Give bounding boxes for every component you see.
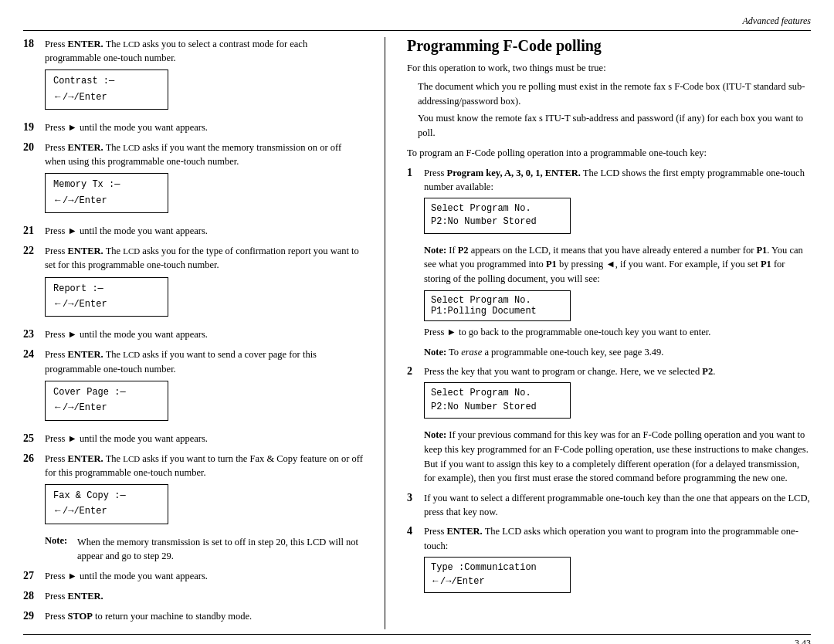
step-19-text: Press ► until the mode you want appears. <box>45 120 363 134</box>
r-note-2: Note: If your previous command for this … <box>424 428 811 486</box>
step-21-text: Press ► until the mode you want appears. <box>45 224 363 238</box>
step-26: 26 Press ENTER. The LCD asks if you want… <box>23 452 363 529</box>
r-step-4-text: Press ENTER. The LCD asks which operatio… <box>424 524 811 597</box>
lcd-r4: Type :Communication ←/→/Enter <box>424 557 571 594</box>
step-27-num: 27 <box>23 569 45 582</box>
step-27-text: Press ► until the mode you want appears. <box>45 569 363 583</box>
intro-2: To program an F-Code polling operation i… <box>407 146 811 161</box>
step-20: 20 Press ENTER. The LCD asks if you want… <box>23 141 363 218</box>
r-step-3-num: 3 <box>407 491 424 504</box>
step-20-num: 20 <box>23 141 45 154</box>
step-22: 22 Press ENTER. The LCD asks you for the… <box>23 244 363 321</box>
section-title: Programming F-Code polling <box>407 37 811 55</box>
lcd-cover-page: Cover Page :— ←/→/Enter <box>45 381 168 421</box>
lcd-fax-copy: Fax & Copy :— ←/→/Enter <box>45 484 168 524</box>
right-column: Programming F-Code polling For this oper… <box>407 37 811 629</box>
page: Advanced features 18 Press ENTER. The LC… <box>0 0 834 644</box>
step-25-num: 25 <box>23 432 45 445</box>
step-23: 23 Press ► until the mode you want appea… <box>23 327 363 341</box>
lcd-contrast: Contrast :— ←/→/Enter <box>45 69 168 110</box>
step-24: 24 Press ENTER. The LCD asks if you want… <box>23 347 363 425</box>
step-29-num: 29 <box>23 609 45 622</box>
column-divider <box>385 37 385 629</box>
lcd-r1-a: Select Program No. P2:No Number Stored <box>424 198 571 234</box>
step-23-text: Press ► until the mode you want appears. <box>45 327 363 341</box>
step-18-text: Press ENTER. The LCD asks you to select … <box>45 37 363 114</box>
step-19-num: 19 <box>23 120 45 134</box>
r-note-1: Note: If P2 appears on the LCD, it means… <box>424 243 811 340</box>
content-area: 18 Press ENTER. The LCD asks you to sele… <box>23 37 811 629</box>
note-26: Note: When the memory transmission is se… <box>45 535 363 563</box>
r-note-1-after: Press ► to go back to the programmable o… <box>424 325 811 340</box>
step-28: 28 Press ENTER. <box>23 589 363 603</box>
step-25: 25 Press ► until the mode you want appea… <box>23 432 363 446</box>
step-23-num: 23 <box>23 327 45 341</box>
page-number: 3.43 <box>23 634 811 644</box>
bullet-2: You must know the remote fax s ITU-T sub… <box>418 111 811 141</box>
step-25-text: Press ► until the mode you want appears. <box>45 432 363 446</box>
step-20-text: Press ENTER. The LCD asks if you want th… <box>45 141 363 218</box>
r-step-2-num: 2 <box>407 364 424 378</box>
step-28-num: 28 <box>23 589 45 602</box>
r-step-3: 3 If you want to select a different prog… <box>407 491 811 519</box>
lcd-r2: Select Program No. P2:No Number Stored <box>424 382 571 419</box>
bullet-1: The document which you re polling must e… <box>418 80 811 109</box>
r-step-1-text: Press Program key, A, 3, 0, 1, ENTER. Th… <box>424 166 811 238</box>
r-step-4: 4 Press ENTER. The LCD asks which operat… <box>407 524 811 597</box>
step-27: 27 Press ► until the mode you want appea… <box>23 569 363 583</box>
lcd-report: Report :— ←/→/Enter <box>45 277 168 317</box>
r-step-1-num: 1 <box>407 166 424 179</box>
r-step-2-text: Press the key that you want to program o… <box>424 364 811 422</box>
r-note-erase-text: Note: To erase a programmable one-touch … <box>424 347 664 358</box>
step-26-text: Press ENTER. The LCD asks if you want to… <box>45 452 363 529</box>
step-21-num: 21 <box>23 224 45 237</box>
lcd-memory-tx: Memory Tx :— ←/→/Enter <box>45 173 168 213</box>
lcd-r1-b: Select Program No. P1:Polling Document <box>424 290 571 321</box>
step-21: 21 Press ► until the mode you want appea… <box>23 224 363 238</box>
left-column: 18 Press ENTER. The LCD asks you to sele… <box>23 37 363 629</box>
step-29-text: Press STOP to return your machine to sta… <box>45 609 363 623</box>
note-26-label: Note: <box>45 535 77 563</box>
step-26-num: 26 <box>23 452 45 465</box>
header-label: Advanced features <box>742 15 811 26</box>
step-22-num: 22 <box>23 244 45 257</box>
page-num-text: 3.43 <box>795 638 811 644</box>
step-24-text: Press ENTER. The LCD asks if you want to… <box>45 347 363 425</box>
step-18-num: 18 <box>23 37 45 50</box>
step-19: 19 Press ► until the mode you want appea… <box>23 120 363 134</box>
step-24-num: 24 <box>23 347 45 361</box>
step-22-text: Press ENTER. The LCD asks you for the ty… <box>45 244 363 321</box>
r-step-2: 2 Press the key that you want to program… <box>407 364 811 422</box>
step-29: 29 Press STOP to return your machine to … <box>23 609 363 623</box>
note-26-text: When the memory transmission is set to o… <box>77 535 363 563</box>
r-step-1: 1 Press Program key, A, 3, 0, 1, ENTER. … <box>407 166 811 238</box>
r-step-4-num: 4 <box>407 524 424 537</box>
intro-1: For this operation to work, two things m… <box>407 61 811 76</box>
r-step-3-text: If you want to select a different progra… <box>424 491 811 519</box>
step-18: 18 Press ENTER. The LCD asks you to sele… <box>23 37 363 114</box>
step-28-text: Press ENTER. <box>45 589 363 603</box>
r-note-erase: Note: To erase a programmable one-touch … <box>424 345 811 360</box>
r-note-1-text: Note: If P2 appears on the LCD, it means… <box>424 245 803 285</box>
header: Advanced features <box>23 15 811 31</box>
r-note-2-text: Note: If your previous command for this … <box>424 429 809 483</box>
